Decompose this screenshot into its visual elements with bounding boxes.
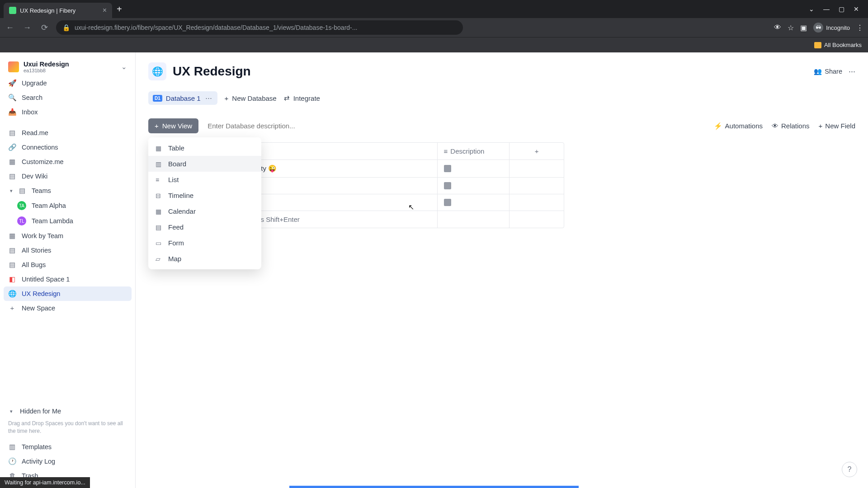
incognito-indicator[interactable]: 🕶 Incognito — [813, 23, 850, 33]
more-icon[interactable]: ⋯ — [849, 68, 855, 75]
sidebar-item-activity[interactable]: 🕐 Activity Log — [4, 454, 132, 469]
cell-empty — [509, 160, 564, 177]
sidebar-item-teams[interactable]: ▾ ▤ Teams — [4, 183, 132, 198]
timeline-icon: ⊟ — [156, 192, 163, 199]
sidebar-item-all-bugs[interactable]: ▤ All Bugs — [4, 258, 132, 272]
window-controls: ⌄ — ▢ ✕ — [809, 5, 864, 13]
relations-label: Relations — [781, 122, 810, 130]
space-icon: ◧ — [8, 275, 16, 283]
sidebar-item-connections[interactable]: 🔗 Connections — [4, 140, 132, 155]
list-icon: ≡ — [156, 176, 163, 183]
view-option-timeline[interactable]: ⊟ Timeline — [148, 188, 261, 203]
eye-off-icon[interactable]: 👁 — [774, 23, 781, 32]
share-button[interactable]: 👥 Share — [814, 68, 842, 75]
grid-icon: ▦ — [8, 232, 16, 240]
tab-dropdown-icon[interactable]: ⌄ — [809, 5, 814, 13]
new-view-button[interactable]: + New View — [148, 118, 198, 133]
sidebar-item-search[interactable]: 🔍 Search — [4, 90, 132, 105]
sidebar-label: Customize.me — [22, 158, 64, 165]
view-option-label: Table — [168, 144, 184, 152]
page-title[interactable]: UX Redesign — [173, 64, 251, 79]
close-tab-icon[interactable]: × — [103, 6, 107, 14]
new-field-button[interactable]: + New Field — [819, 122, 855, 130]
sidebar-item-team-alpha[interactable]: TA Team Alpha — [4, 198, 132, 213]
palette-icon: ▦ — [8, 158, 16, 166]
bolt-icon: ⚡ — [714, 122, 722, 130]
view-option-calendar[interactable]: ▦ Calendar — [148, 203, 261, 219]
bookmark-bar: All Bookmarks — [0, 37, 868, 52]
sidebar-item-ux-redesign[interactable]: 🌐 UX Redesign — [4, 286, 132, 301]
url-input[interactable]: 🔒 uxui-redesign.fibery.io/fibery/space/U… — [56, 20, 463, 35]
plus-icon: + — [225, 94, 229, 102]
add-column-button[interactable]: + — [509, 143, 564, 160]
column-header-description[interactable]: ≡ Description — [438, 143, 510, 160]
database-more-icon[interactable]: ⋯ — [204, 94, 213, 102]
back-icon[interactable]: ← — [5, 23, 15, 33]
sidebar-item-templates[interactable]: ▥ Templates — [4, 440, 132, 454]
cell-description[interactable] — [438, 160, 510, 177]
view-option-label: List — [168, 176, 179, 183]
view-option-form[interactable]: ▭ Form — [148, 235, 261, 251]
sidebar-label: All Stories — [22, 247, 51, 254]
chevron-down-icon: ▾ — [8, 188, 14, 194]
close-window-icon[interactable]: ✕ — [854, 5, 859, 13]
plus-icon: + — [8, 304, 16, 312]
view-option-label: Calendar — [168, 207, 196, 215]
view-option-table[interactable]: ▦ Table — [148, 140, 261, 156]
page-icon[interactable]: 🌐 — [148, 62, 166, 80]
chevron-down-icon: ⌄ — [121, 63, 127, 70]
cell-description[interactable] — [438, 178, 510, 194]
automations-button[interactable]: ⚡ Automations — [714, 122, 763, 130]
relation-icon: 👁 — [772, 122, 778, 130]
sidebar-item-customize[interactable]: ▦ Customize.me — [4, 155, 132, 169]
sidebar-item-untitled-space[interactable]: ◧ Untitled Space 1 — [4, 272, 132, 286]
integrate-button[interactable]: ⇄ Integrate — [284, 94, 320, 102]
panel-icon[interactable]: ▣ — [800, 23, 807, 32]
relations-button[interactable]: 👁 Relations — [772, 122, 810, 130]
description-icon: ≡ — [444, 147, 448, 155]
sidebar-item-devwiki[interactable]: ▤ Dev Wiki — [4, 169, 132, 183]
main-content: 🌐 UX Redesign 👥 Share ⋯ D1 Database 1 ⋯ … — [136, 52, 868, 488]
sidebar: Uxui Redesign ea131bb8 ⌄ 🚀 Upgrade 🔍 Sea… — [0, 52, 136, 488]
sidebar-label: Upgrade — [22, 80, 47, 87]
sidebar-item-work-by-team[interactable]: ▦ Work by Team — [4, 229, 132, 243]
database-description-input[interactable] — [205, 119, 707, 132]
team-badge-icon: TL — [17, 216, 26, 225]
menu-icon[interactable]: ⋮ — [856, 23, 863, 32]
browser-tab[interactable]: UX Redesign | Fibery × — [4, 3, 112, 18]
bookmark-star-icon[interactable]: ☆ — [788, 23, 794, 32]
sidebar-item-team-lambda[interactable]: TL Team Lambda — [4, 213, 132, 229]
new-database-label: New Database — [232, 94, 276, 102]
minimize-icon[interactable]: — — [823, 5, 830, 13]
view-option-feed[interactable]: ▤ Feed — [148, 219, 261, 235]
all-bookmarks-button[interactable]: All Bookmarks — [814, 42, 862, 48]
sidebar-item-inbox[interactable]: 📥 Inbox — [4, 105, 132, 119]
reload-icon[interactable]: ⟳ — [39, 23, 50, 33]
sidebar-label: Read.me — [22, 129, 48, 136]
sidebar-item-upgrade[interactable]: 🚀 Upgrade — [4, 76, 132, 90]
sidebar-item-hidden[interactable]: ▾ Hidden for Me — [4, 404, 132, 418]
view-option-board[interactable]: ▥ Board — [148, 156, 261, 172]
cell-description[interactable] — [438, 194, 510, 211]
sidebar-item-new-space[interactable]: + New Space — [4, 301, 132, 315]
sidebar-label: New Space — [22, 305, 55, 312]
new-database-button[interactable]: + New Database — [225, 94, 277, 102]
view-option-map[interactable]: ▱ Map — [148, 251, 261, 267]
column-label: Description — [450, 147, 484, 155]
sidebar-label: Templates — [22, 443, 52, 450]
database-chip[interactable]: D1 Database 1 ⋯ — [148, 91, 217, 105]
sidebar-item-all-stories[interactable]: ▤ All Stories — [4, 243, 132, 258]
maximize-icon[interactable]: ▢ — [839, 5, 844, 13]
all-bookmarks-label: All Bookmarks — [824, 42, 862, 48]
forward-icon[interactable]: → — [22, 23, 33, 33]
sidebar-item-readme[interactable]: ▤ Read.me — [4, 126, 132, 140]
new-tab-button[interactable]: + — [117, 4, 122, 14]
workspace-switcher[interactable]: Uxui Redesign ea131bb8 ⌄ — [4, 58, 132, 76]
help-button[interactable]: ? — [842, 462, 857, 477]
inbox-icon: 📥 — [8, 108, 16, 116]
templates-icon: ▥ — [8, 443, 16, 451]
cell-empty — [509, 178, 564, 194]
view-option-list[interactable]: ≡ List — [148, 172, 261, 188]
note-icon — [444, 182, 451, 189]
progress-bar — [289, 486, 579, 488]
